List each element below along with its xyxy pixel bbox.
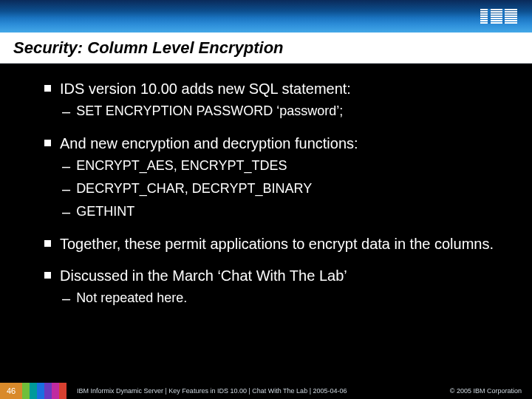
bullet-text: DECRYPT_CHAR, DECRYPT_BINARY bbox=[76, 180, 312, 197]
bullet-text: ENCRYPT_AES, ENCRYPT_TDES bbox=[76, 157, 287, 174]
slide: Security: Column Level Encryption IDS ve… bbox=[0, 0, 532, 399]
color-chip-icon bbox=[44, 383, 52, 399]
header-banner bbox=[0, 0, 532, 33]
slide-body: IDS version 10.00 adds new SQL statement… bbox=[0, 64, 532, 383]
svg-rect-0 bbox=[480, 9, 517, 10]
bullet-text: Discussed in the March ‘Chat With The La… bbox=[60, 267, 347, 285]
dash-bullet-icon: – bbox=[62, 157, 70, 176]
slide-number: 46 bbox=[0, 383, 22, 399]
bullet-level-1: IDS version 10.00 adds new SQL statement… bbox=[44, 80, 510, 98]
color-chip-icon bbox=[30, 383, 37, 399]
bullet-level-2: – DECRYPT_CHAR, DECRYPT_BINARY bbox=[62, 180, 510, 199]
footer-text: IBM Informix Dynamic Server | Key Featur… bbox=[66, 387, 450, 395]
color-chip-icon bbox=[22, 383, 30, 399]
footer: 46 IBM Informix Dynamic Server | Key Fea… bbox=[0, 383, 532, 399]
svg-rect-3 bbox=[480, 16, 517, 17]
square-bullet-icon bbox=[44, 85, 51, 92]
bullet-level-1: Together, these permit applications to e… bbox=[44, 235, 510, 253]
svg-rect-6 bbox=[480, 22, 517, 24]
svg-rect-1 bbox=[480, 11, 517, 13]
svg-rect-2 bbox=[480, 13, 517, 15]
square-bullet-icon bbox=[44, 140, 51, 146]
bullet-level-1: Discussed in the March ‘Chat With The La… bbox=[44, 267, 510, 285]
bullet-level-1: And new encryption and decryption functi… bbox=[44, 134, 510, 153]
title-bar: Security: Column Level Encryption bbox=[0, 33, 532, 64]
color-chip-icon bbox=[59, 383, 66, 399]
bullet-text: And new encryption and decryption functi… bbox=[60, 134, 358, 153]
svg-rect-8 bbox=[502, 9, 505, 24]
color-chip-icon bbox=[37, 383, 44, 399]
svg-rect-5 bbox=[480, 20, 517, 21]
bullet-level-2: – Not repeated here. bbox=[62, 290, 510, 308]
bullet-text: SET ENCRYPTION PASSWORD ‘password’; bbox=[76, 103, 343, 120]
color-chip-icon bbox=[52, 383, 59, 399]
color-strip bbox=[22, 383, 66, 399]
square-bullet-icon bbox=[44, 240, 51, 247]
dash-bullet-icon: – bbox=[62, 180, 70, 199]
bullet-text: IDS version 10.00 adds new SQL statement… bbox=[60, 80, 351, 98]
dash-bullet-icon: – bbox=[62, 203, 70, 222]
slide-title: Security: Column Level Encryption bbox=[13, 38, 284, 58]
bullet-text: GETHINT bbox=[76, 203, 134, 220]
bullet-level-2: – ENCRYPT_AES, ENCRYPT_TDES bbox=[62, 157, 510, 176]
square-bullet-icon bbox=[44, 272, 51, 279]
bullet-level-2: – GETHINT bbox=[62, 203, 510, 222]
bullet-level-2: – SET ENCRYPTION PASSWORD ‘password’; bbox=[62, 103, 510, 121]
bullet-text: Together, these permit applications to e… bbox=[60, 235, 494, 253]
bullet-text: Not repeated here. bbox=[76, 290, 187, 307]
ibm-logo-icon bbox=[480, 9, 517, 24]
dash-bullet-icon: – bbox=[62, 103, 70, 121]
svg-rect-4 bbox=[480, 18, 517, 19]
svg-rect-7 bbox=[488, 9, 491, 24]
footer-copyright: © 2005 IBM Corporation bbox=[450, 387, 532, 395]
dash-bullet-icon: – bbox=[62, 290, 70, 308]
